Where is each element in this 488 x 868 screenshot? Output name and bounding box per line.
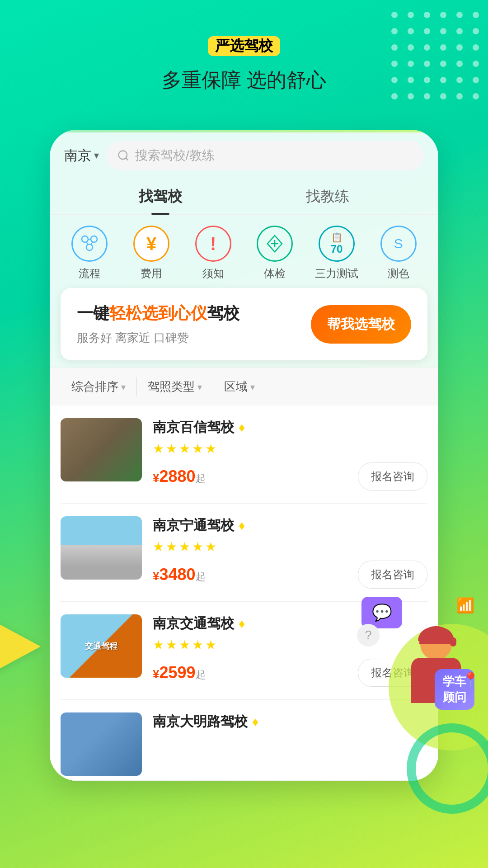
recommend-subtitle: 服务好 离家近 口碑赞 bbox=[77, 330, 239, 346]
cs-question-bubble: ? bbox=[357, 624, 380, 646]
hero-section: 严选驾校 多重保障 选的舒心 bbox=[0, 0, 488, 112]
green-arc-decoration bbox=[407, 723, 488, 814]
stars-2: ★ ★ ★ ★ ★ bbox=[153, 539, 427, 554]
vip-badge-2: ♦ bbox=[239, 519, 245, 533]
svg-line-1 bbox=[126, 158, 128, 160]
price-2: ¥3480起 bbox=[153, 565, 206, 584]
play-triangle-icon bbox=[0, 615, 41, 678]
cs-signal-icon: 📶 bbox=[456, 597, 474, 614]
recommend-button[interactable]: 帮我选驾校 bbox=[311, 305, 411, 344]
search-placeholder-text: 搜索驾校/教练 bbox=[135, 147, 215, 164]
school-item[interactable]: 树 南京百信驾校 ♦ ★ ★ ★ ★ ★ bbox=[61, 406, 427, 504]
play-decoration bbox=[0, 615, 54, 687]
search-input-box[interactable]: 搜索驾校/教练 bbox=[106, 141, 424, 170]
school-image-3: 交通驾程 bbox=[61, 614, 142, 678]
school-info-1: 南京百信驾校 ♦ ★ ★ ★ ★ ★ ¥2880起 报名咨询 bbox=[153, 418, 427, 491]
menu-item-physical[interactable]: 体检 bbox=[244, 226, 306, 281]
recommend-title-highlight: 轻松选到心仪 bbox=[109, 304, 207, 322]
menu-label-physical: 体检 bbox=[264, 266, 286, 281]
physical-icon bbox=[257, 226, 293, 262]
school-name-row-1: 南京百信驾校 ♦ bbox=[153, 418, 427, 437]
filter-divider-1 bbox=[136, 377, 137, 396]
consult-button-1[interactable]: 报名咨询 bbox=[358, 462, 427, 491]
school-image-4 bbox=[61, 712, 142, 776]
menu-item-process[interactable]: 流程 bbox=[59, 226, 121, 281]
school-name-row-2: 南京宁通驾校 ♦ bbox=[153, 516, 427, 535]
svg-point-2 bbox=[82, 236, 88, 242]
school-info-4: 南京大明路驾校 ♦ bbox=[153, 712, 427, 736]
fee-icon: ¥ bbox=[133, 226, 169, 262]
search-bar: 南京 ▾ 搜索驾校/教练 bbox=[50, 130, 438, 178]
filter-bar: 综合排序 ▾ 驾照类型 ▾ 区域 ▾ bbox=[50, 368, 438, 406]
test-icon: 📋 70 bbox=[319, 226, 355, 262]
sort-arrow-icon: ▾ bbox=[121, 382, 126, 392]
color-icon: S bbox=[380, 226, 417, 262]
menu-item-test[interactable]: 📋 70 三力测试 bbox=[306, 226, 368, 281]
tab-bar: 找驾校 找教练 bbox=[50, 178, 438, 215]
school-list: 树 南京百信驾校 ♦ ★ ★ ★ ★ ★ bbox=[50, 406, 438, 781]
price-row-1: ¥2880起 报名咨询 bbox=[153, 462, 427, 491]
city-dropdown-arrow: ▾ bbox=[94, 150, 99, 161]
svg-point-3 bbox=[91, 236, 97, 242]
school-name-2: 南京宁通驾校 bbox=[153, 516, 234, 535]
city-name: 南京 bbox=[64, 146, 91, 165]
price-1: ¥2880起 bbox=[153, 467, 206, 486]
menu-label-notice: 须知 bbox=[202, 266, 224, 281]
menu-icons-row: 流程 ¥ 费用 ! 须知 体检 bbox=[50, 215, 438, 288]
svg-point-0 bbox=[119, 151, 127, 160]
recommend-title-suffix: 驾校 bbox=[207, 304, 239, 322]
svg-point-4 bbox=[86, 244, 93, 250]
notice-icon: ! bbox=[195, 226, 231, 262]
filter-divider-2 bbox=[213, 377, 213, 396]
consult-button-2[interactable]: 报名咨询 bbox=[358, 561, 427, 589]
area-arrow-icon: ▾ bbox=[250, 382, 255, 392]
menu-label-fee: 费用 bbox=[141, 266, 162, 281]
recommend-text-block: 一键轻松选到心仪驾校 服务好 离家近 口碑赞 bbox=[77, 302, 239, 346]
menu-item-fee[interactable]: ¥ 费用 bbox=[121, 226, 183, 281]
school-name-1: 南京百信驾校 bbox=[153, 418, 234, 437]
menu-label-test: 三力测试 bbox=[315, 266, 358, 281]
license-arrow-icon: ▾ bbox=[197, 382, 202, 392]
school-name-row-4: 南京大明路驾校 ♦ bbox=[153, 712, 427, 731]
process-icon bbox=[71, 226, 108, 262]
customer-service-widget[interactable]: 💬 ? 学车 顾问 📶 📍 bbox=[357, 597, 474, 714]
hero-title: 严选驾校 bbox=[18, 36, 470, 56]
school-name-3: 南京交通驾校 bbox=[153, 614, 234, 633]
hero-subtitle: 多重保障 选的舒心 bbox=[18, 67, 470, 94]
tab-find-coach[interactable]: 找教练 bbox=[244, 178, 411, 214]
cs-location-icon: 📍 bbox=[462, 671, 479, 687]
svg-line-6 bbox=[86, 242, 88, 245]
school-info-2: 南京宁通驾校 ♦ ★ ★ ★ ★ ★ ¥3480起 报名咨询 bbox=[153, 516, 427, 589]
tab-find-school[interactable]: 找驾校 bbox=[77, 178, 244, 214]
menu-item-color[interactable]: S 测色 bbox=[367, 226, 429, 281]
vip-badge-4: ♦ bbox=[252, 715, 258, 729]
stars-1: ★ ★ ★ ★ ★ bbox=[153, 441, 427, 456]
recommend-title-prefix: 一键 bbox=[77, 304, 109, 322]
city-selector[interactable]: 南京 ▾ bbox=[64, 146, 99, 165]
school-image-2 bbox=[61, 516, 142, 580]
search-icon bbox=[117, 149, 130, 162]
school-name-4: 南京大明路驾校 bbox=[153, 712, 248, 731]
svg-line-7 bbox=[91, 242, 93, 245]
vip-badge-1: ♦ bbox=[239, 420, 245, 435]
recommend-title: 一键轻松选到心仪驾校 bbox=[77, 302, 239, 325]
filter-area[interactable]: 区域 ▾ bbox=[217, 375, 262, 398]
vip-badge-3: ♦ bbox=[239, 617, 245, 631]
menu-label-process: 流程 bbox=[79, 266, 100, 281]
filter-license-type[interactable]: 驾照类型 ▾ bbox=[141, 375, 209, 398]
hero-title-text: 严选驾校 bbox=[208, 36, 280, 56]
filter-sort[interactable]: 综合排序 ▾ bbox=[64, 375, 133, 398]
recommend-card: 一键轻松选到心仪驾校 服务好 离家近 口碑赞 帮我选驾校 bbox=[61, 288, 427, 360]
menu-label-color: 测色 bbox=[388, 266, 409, 281]
menu-item-notice[interactable]: ! 须知 bbox=[182, 226, 244, 281]
school-image-1: 树 bbox=[61, 418, 142, 481]
price-3: ¥2599起 bbox=[153, 663, 206, 682]
price-row-2: ¥3480起 报名咨询 bbox=[153, 561, 427, 589]
school-item[interactable]: 南京宁通驾校 ♦ ★ ★ ★ ★ ★ ¥3480起 报名咨询 bbox=[61, 504, 427, 602]
